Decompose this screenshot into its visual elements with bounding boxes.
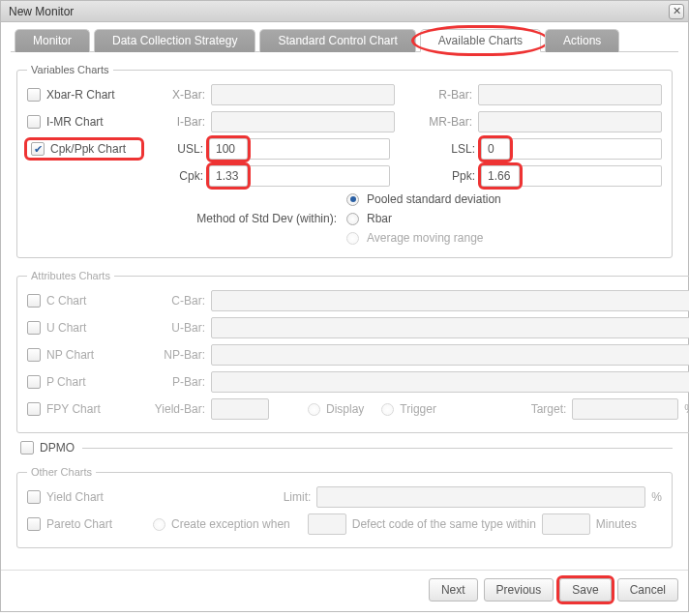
ppk-input[interactable]: [481, 165, 520, 187]
c-chart-checkbox[interactable]: C Chart: [27, 294, 143, 308]
save-button[interactable]: Save: [559, 578, 611, 601]
ubar-label: U-Bar:: [143, 321, 211, 335]
std-pooled-radio[interactable]: Pooled standard deviation: [346, 192, 501, 206]
pbar-input: [211, 371, 689, 393]
button-bar: Next Previous Save Cancel: [1, 570, 688, 611]
ppk-tail: [519, 165, 662, 187]
display-radio: Display: [308, 402, 364, 416]
ibar-input: [211, 111, 395, 132]
exception-unit: Minutes: [596, 517, 637, 531]
tab-bar: Monitor Data Collection Strategy Standar…: [11, 28, 678, 52]
xbar-input: [211, 84, 395, 105]
titlebar: New Monitor ✕: [1, 1, 688, 22]
std-dev-options: Pooled standard deviation Rbar Average m…: [346, 192, 501, 245]
limit-percent: %: [651, 490, 662, 504]
mrbar-input: [478, 111, 662, 132]
lsl-label: LSL:: [413, 142, 481, 156]
yieldbar-input: [211, 398, 269, 420]
dpmo-checkbox[interactable]: DPMO: [20, 441, 75, 455]
std-rbar-radio[interactable]: Rbar: [346, 212, 501, 225]
imr-checkbox[interactable]: I-MR Chart: [27, 115, 143, 129]
cbar-input: [211, 290, 689, 311]
pbar-label: P-Bar:: [143, 375, 211, 389]
exception-minutes-input: [542, 513, 590, 535]
create-exception-checkbox: Create exception when: [153, 517, 290, 531]
cpk-label: Cpk:: [141, 169, 209, 183]
lsl-input[interactable]: [481, 138, 510, 160]
cpk-tail: [247, 165, 390, 187]
yield-chart-checkbox[interactable]: Yield Chart: [27, 490, 143, 504]
target-label: Target:: [504, 402, 572, 416]
xbar-label: X-Bar:: [143, 88, 211, 102]
lsl-tail: [509, 138, 662, 160]
cpk-input[interactable]: [209, 165, 248, 187]
np-chart-checkbox[interactable]: NP Chart: [27, 348, 143, 362]
previous-button[interactable]: Previous: [484, 578, 554, 601]
tab-available-charts[interactable]: Available Charts: [420, 29, 541, 52]
usl-tail: [247, 138, 390, 160]
npbar-input: [211, 344, 689, 366]
u-chart-checkbox[interactable]: U Chart: [27, 321, 143, 335]
attributes-charts-group: Attributes Charts C Chart C-Bar: U Chart…: [16, 270, 689, 433]
ppk-label: Ppk:: [413, 169, 481, 183]
p-chart-checkbox[interactable]: P Chart: [27, 375, 143, 389]
std-amr-radio: Average moving range: [346, 231, 501, 245]
other-charts-group: Other Charts Yield Chart Limit: % Pareto…: [16, 466, 673, 548]
dialog-window: New Monitor ✕ Monitor Data Collection St…: [0, 0, 689, 612]
xbar-r-checkbox[interactable]: Xbar-R Chart: [27, 88, 143, 102]
limit-label: Limit:: [268, 490, 316, 504]
rbar-label: R-Bar:: [410, 88, 478, 102]
variables-legend: Variables Charts: [27, 64, 113, 75]
tab-standard-control-chart[interactable]: Standard Control Chart: [259, 29, 415, 52]
dpmo-row: DPMO: [20, 441, 673, 455]
close-icon[interactable]: ✕: [669, 4, 684, 19]
dialog-body: Monitor Data Collection Strategy Standar…: [1, 22, 688, 566]
cbar-label: C-Bar:: [143, 294, 211, 308]
trigger-radio: Trigger: [381, 402, 436, 416]
exception-count-input: [308, 513, 346, 535]
tab-actions[interactable]: Actions: [545, 29, 619, 52]
target-input: [572, 398, 678, 420]
mrbar-label: MR-Bar:: [410, 115, 478, 129]
window-title: New Monitor: [9, 5, 669, 18]
exception-mid-text: Defect code of the same type within: [352, 517, 536, 531]
fpy-chart-checkbox[interactable]: FPY Chart: [27, 402, 143, 416]
npbar-label: NP-Bar:: [143, 348, 211, 362]
cpkppk-checkbox[interactable]: Cpk/Ppk Chart: [27, 140, 141, 158]
target-percent: %: [684, 402, 689, 416]
yieldbar-label: Yield-Bar:: [143, 402, 211, 416]
pareto-chart-checkbox[interactable]: Pareto Chart: [27, 517, 143, 531]
other-legend: Other Charts: [27, 466, 96, 478]
ibar-label: I-Bar:: [143, 115, 211, 129]
cancel-button[interactable]: Cancel: [617, 578, 678, 601]
variables-charts-group: Variables Charts Xbar-R Chart X-Bar: R-B…: [16, 64, 673, 258]
attributes-legend: Attributes Charts: [27, 270, 114, 281]
next-button[interactable]: Next: [429, 578, 478, 601]
method-label: Method of Std Dev (within):: [27, 212, 346, 225]
usl-label: USL:: [141, 142, 209, 156]
tab-monitor[interactable]: Monitor: [15, 29, 90, 52]
usl-input[interactable]: [209, 138, 248, 160]
ubar-input: [211, 317, 689, 338]
limit-input: [316, 486, 645, 508]
tab-data-collection[interactable]: Data Collection Strategy: [94, 29, 255, 52]
rbar-input: [478, 84, 662, 105]
